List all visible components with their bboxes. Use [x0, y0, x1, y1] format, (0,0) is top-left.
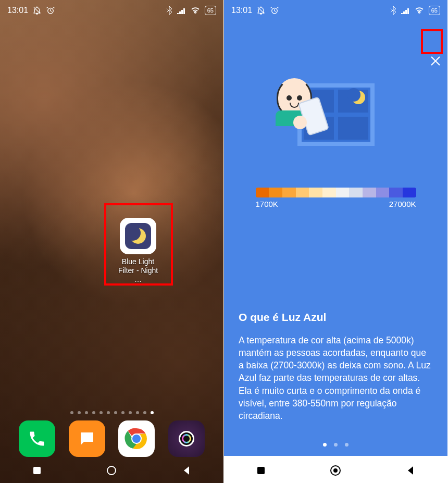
illustration: ✦✦ ✦ 1700K [224, 83, 447, 208]
message-icon [78, 429, 96, 448]
dock-phone[interactable] [19, 420, 55, 457]
nav-back[interactable] [405, 465, 416, 478]
nav-back[interactable] [181, 465, 192, 478]
chrome-icon [124, 426, 149, 451]
nav-bar [224, 460, 447, 483]
svg-point-12 [333, 468, 338, 473]
svg-point-8 [107, 466, 116, 475]
camera-icon [177, 429, 196, 448]
signal-icon [177, 7, 186, 14]
app-label: Blue Light Filter - Night … [115, 257, 161, 284]
signal-icon [401, 7, 410, 14]
onboard-title: O que é Luz Azul [239, 311, 433, 324]
wifi-icon [190, 7, 201, 14]
nav-recent[interactable] [256, 465, 266, 478]
color-temp-scale [256, 188, 416, 197]
nav-home[interactable] [329, 464, 342, 479]
app-blue-light-filter[interactable]: Blue Light Filter - Night … [115, 218, 161, 284]
moon-icon [352, 91, 365, 104]
clock: 13:01 [231, 6, 252, 15]
phone-onboarding-screenshot: 13:01 65 ✦✦ ✦ [224, 0, 447, 483]
nav-bar [0, 460, 223, 483]
onboarding-panel: ✦✦ ✦ 1700K [224, 21, 447, 456]
dock-messages[interactable] [69, 420, 105, 457]
status-bar: 13:01 65 [224, 0, 447, 21]
home-page-indicator [70, 411, 154, 414]
bluetooth-icon [390, 6, 396, 15]
dock-camera[interactable] [168, 420, 205, 457]
battery-badge: 65 [205, 6, 216, 15]
svg-rect-7 [33, 467, 41, 474]
scale-max: 27000K [389, 200, 416, 208]
close-button[interactable] [428, 53, 443, 69]
svg-rect-10 [257, 467, 265, 474]
wifi-icon [414, 7, 425, 14]
dock-chrome[interactable] [118, 420, 155, 457]
moon-icon [130, 228, 146, 244]
wallpaper [0, 0, 223, 483]
phone-home-screenshot: 13:01 65 Blue Light Filter - Night … [0, 0, 223, 483]
onboard-page-indicator [224, 443, 447, 447]
clock: 13:01 [7, 6, 28, 15]
status-bar: 13:01 65 [0, 0, 223, 21]
app-icon-container [120, 218, 156, 254]
battery-badge: 65 [429, 6, 440, 15]
dnd-icon [32, 6, 42, 15]
close-icon [430, 55, 441, 67]
svg-point-4 [180, 432, 194, 446]
nav-recent[interactable] [32, 465, 42, 478]
alarm-icon [270, 6, 279, 15]
nav-home[interactable] [106, 465, 117, 478]
scale-min: 1700K [256, 200, 278, 208]
dock [0, 420, 223, 457]
alarm-icon [46, 6, 55, 15]
scale-labels: 1700K 27000K [256, 200, 416, 208]
phone-icon [28, 429, 46, 448]
dnd-icon [256, 6, 266, 15]
bluetooth-icon [166, 6, 172, 15]
onboard-body: A temperatura de cor alta (acima de 5000… [239, 334, 433, 422]
